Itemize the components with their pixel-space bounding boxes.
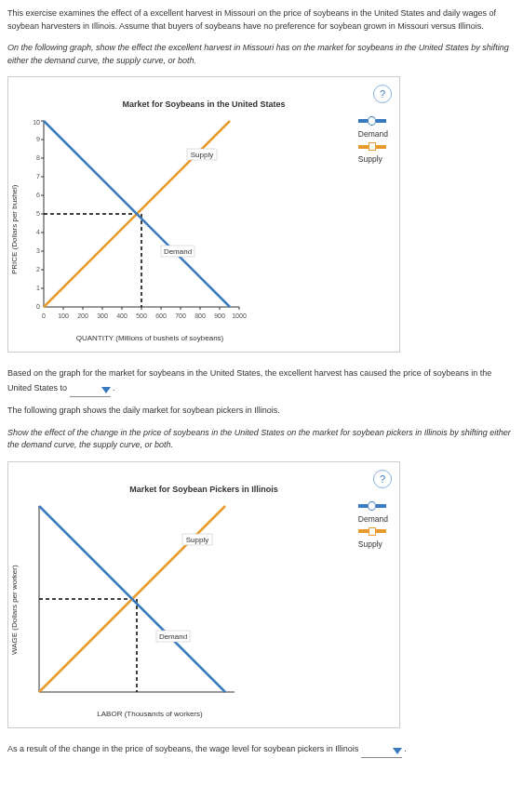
svg-text:100: 100 (58, 313, 69, 319)
demand-line-label: Demand (159, 632, 187, 641)
svg-text:900: 900 (214, 313, 225, 319)
svg-text:800: 800 (194, 313, 206, 319)
legend-supply-label: Supply (358, 154, 382, 164)
svg-text:6: 6 (36, 192, 40, 198)
supply-line-label: Supply (191, 151, 213, 159)
graph2-ylabel: WAGE (Dollars per worker) (8, 501, 20, 718)
graph1-title: Market for Soybeans in the United States (8, 100, 399, 109)
svg-text:1000: 1000 (232, 313, 247, 319)
svg-text:500: 500 (136, 313, 147, 319)
graph2-xlabel: LABOR (Thousands of workers) (37, 710, 262, 718)
svg-marker-49 (101, 387, 111, 393)
graph-panel-pickers: ? Market for Soybean Pickers in Illinois… (7, 461, 400, 728)
svg-text:300: 300 (97, 313, 108, 319)
instruction-1: On the following graph, show the effect … (7, 42, 516, 67)
graph1-xlabel: QUANTITY (Millions of bushels of soybean… (37, 334, 262, 342)
price-direction-dropdown[interactable] (70, 384, 111, 397)
legend-demand-label: Demand (358, 129, 388, 139)
svg-text:5: 5 (36, 210, 40, 217)
svg-text:7: 7 (36, 173, 40, 180)
svg-text:700: 700 (175, 313, 186, 319)
svg-text:8: 8 (36, 154, 40, 161)
graph1-legend: Demand Supply (358, 116, 388, 167)
legend-supply-handle[interactable] (358, 142, 388, 151)
svg-marker-56 (393, 748, 402, 754)
legend-demand-handle[interactable] (358, 116, 388, 126)
legend-supply-handle[interactable] (358, 527, 388, 536)
supply-line-label: Supply (186, 536, 208, 544)
graph2-legend: Demand Supply (358, 501, 388, 552)
help-button[interactable]: ? (373, 85, 392, 103)
svg-text:4: 4 (36, 229, 40, 235)
question-2: As a result of the change in the price o… (7, 741, 516, 756)
svg-text:400: 400 (116, 313, 127, 319)
svg-text:600: 600 (155, 313, 167, 319)
svg-text:0: 0 (36, 303, 40, 310)
help-button[interactable]: ? (373, 470, 392, 488)
svg-text:3: 3 (36, 247, 40, 254)
svg-text:1: 1 (36, 285, 40, 291)
wage-direction-dropdown[interactable] (361, 745, 402, 758)
svg-text:0: 0 (42, 313, 46, 319)
legend-supply-label: Supply (358, 539, 382, 549)
graph2-title: Market for Soybean Pickers in Illinois (8, 485, 399, 494)
intro-text: This exercise examines the effect of a e… (7, 7, 516, 33)
svg-text:10: 10 (33, 119, 40, 126)
chevron-down-icon (393, 748, 402, 755)
svg-text:9: 9 (36, 136, 40, 142)
svg-text:200: 200 (77, 313, 88, 319)
svg-text:2: 2 (36, 266, 40, 273)
transition-text: The following graph shows the daily mark… (7, 405, 516, 418)
chevron-down-icon (101, 387, 111, 394)
graph-panel-soybeans: ? Market for Soybeans in the United Stat… (7, 76, 400, 353)
question-1: Based on the graph for the market for so… (7, 366, 516, 395)
graph1-plot[interactable]: 0 1 2 3 4 5 6 7 8 9 10 (20, 116, 262, 330)
instruction-2: Show the effect of the change in the pri… (7, 427, 516, 452)
graph1-ylabel: PRICE (Dollars per bushel) (8, 116, 20, 342)
legend-demand-label: Demand (358, 514, 388, 524)
legend-demand-handle[interactable] (358, 501, 388, 511)
demand-line-label: Demand (164, 247, 192, 256)
graph2-plot[interactable]: Supply Demand (20, 501, 262, 706)
